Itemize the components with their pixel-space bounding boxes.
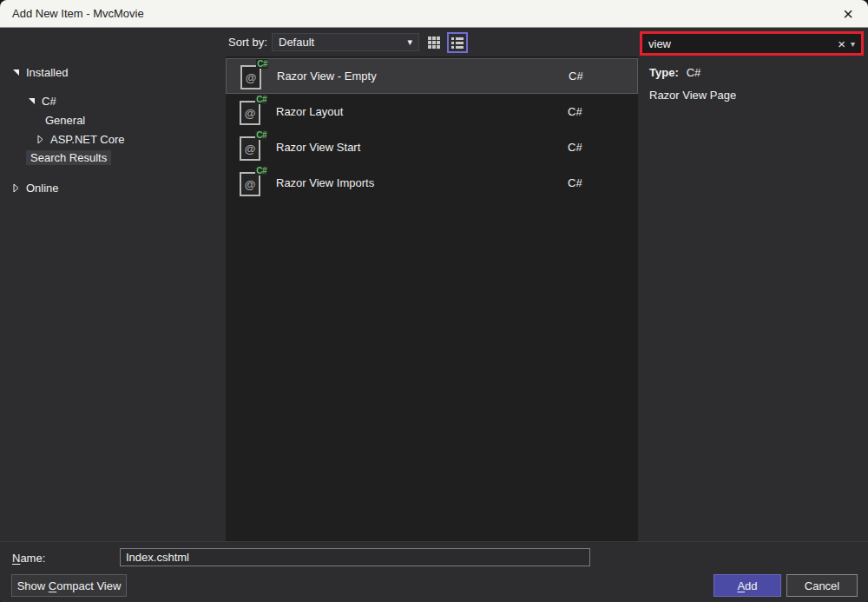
template-item-razor-view-imports[interactable]: @ C# Razor View Imports C# bbox=[226, 166, 638, 202]
sidebar-item-general[interactable]: General bbox=[45, 112, 85, 128]
csharp-badge-icon: C# bbox=[255, 130, 267, 140]
list-toolbar: Sort by: Default ▾ bbox=[226, 28, 638, 56]
details-pane: view × ▾ Type:C# Razor View Page bbox=[638, 28, 868, 541]
grid-view-icon bbox=[427, 36, 441, 50]
title-bar: Add New Item - MvcMovie × bbox=[0, 0, 868, 28]
expanded-triangle-icon[interactable] bbox=[9, 67, 23, 77]
sort-by-dropdown[interactable]: Default ▾ bbox=[272, 33, 419, 51]
csharp-badge-icon: C# bbox=[255, 166, 267, 175]
collapsed-triangle-icon[interactable] bbox=[33, 134, 47, 144]
dialog-footer: Name: Index.cshtml Show Compact View Add… bbox=[0, 541, 868, 602]
add-button[interactable]: Add bbox=[713, 574, 781, 597]
template-language: C# bbox=[569, 69, 583, 83]
template-name: Razor Layout bbox=[276, 105, 343, 118]
sort-by-label: Sort by: bbox=[228, 36, 267, 49]
template-language: C# bbox=[568, 105, 582, 118]
sidebar-item-search-results[interactable]: Search Results bbox=[26, 149, 111, 165]
template-item-razor-layout[interactable]: @ C# Razor Layout C# bbox=[226, 95, 638, 130]
template-name: Razor View Imports bbox=[276, 176, 374, 189]
clear-search-icon[interactable]: × bbox=[832, 37, 851, 50]
razor-file-icon: @ C# bbox=[240, 65, 261, 89]
template-item-razor-view-start[interactable]: @ C# Razor View Start C# bbox=[226, 130, 638, 166]
file-name-input[interactable]: Index.cshtml bbox=[120, 548, 590, 566]
razor-file-icon: @ C# bbox=[240, 136, 260, 161]
show-compact-view-button[interactable]: Show Compact View bbox=[11, 574, 127, 597]
category-tree: Installed C# General ASP.NET Core Search… bbox=[0, 28, 226, 541]
template-list: @ C# Razor View - Empty C# @ C# Razor La… bbox=[226, 56, 638, 541]
search-input[interactable]: view × ▾ bbox=[640, 31, 864, 56]
collapsed-triangle-icon[interactable] bbox=[9, 182, 23, 193]
close-icon[interactable]: × bbox=[828, 0, 868, 27]
template-language: C# bbox=[568, 141, 582, 154]
name-label: Name: bbox=[12, 552, 45, 565]
sort-by-value: Default bbox=[279, 36, 314, 49]
template-name: Razor View - Empty bbox=[277, 69, 377, 83]
template-item-razor-view-empty[interactable]: @ C# Razor View - Empty C# bbox=[226, 58, 638, 94]
sidebar-item-installed[interactable]: Installed bbox=[9, 64, 68, 80]
dialog-title: Add New Item - MvcMovie bbox=[0, 7, 144, 20]
search-dropdown-icon[interactable]: ▾ bbox=[851, 39, 861, 49]
razor-file-icon: @ C# bbox=[240, 172, 260, 196]
razor-file-icon: @ C# bbox=[240, 101, 260, 125]
template-name: Razor View Start bbox=[276, 141, 360, 154]
list-view-icon bbox=[450, 36, 464, 49]
add-new-item-dialog: Add New Item - MvcMovie × Installed C# G… bbox=[0, 0, 868, 602]
chevron-down-icon: ▾ bbox=[407, 36, 412, 48]
type-value: C# bbox=[687, 66, 701, 79]
grid-view-button[interactable] bbox=[424, 32, 444, 53]
sidebar-item-online[interactable]: Online bbox=[9, 180, 59, 195]
list-view-button[interactable] bbox=[447, 32, 468, 53]
type-label: Type: bbox=[649, 66, 679, 79]
csharp-badge-icon: C# bbox=[255, 95, 267, 104]
template-language: C# bbox=[568, 176, 582, 189]
template-description: Razor View Page bbox=[649, 89, 736, 102]
expanded-triangle-icon[interactable] bbox=[24, 96, 38, 106]
csharp-badge-icon: C# bbox=[256, 59, 268, 69]
cancel-button[interactable]: Cancel bbox=[786, 574, 858, 597]
template-type-line: Type:C# bbox=[649, 66, 700, 79]
file-name-value: Index.cshtml bbox=[126, 551, 189, 564]
search-value: view bbox=[642, 37, 832, 50]
sidebar-item-csharp[interactable]: C# bbox=[24, 93, 56, 109]
sidebar-item-aspnet-core[interactable]: ASP.NET Core bbox=[33, 131, 125, 147]
